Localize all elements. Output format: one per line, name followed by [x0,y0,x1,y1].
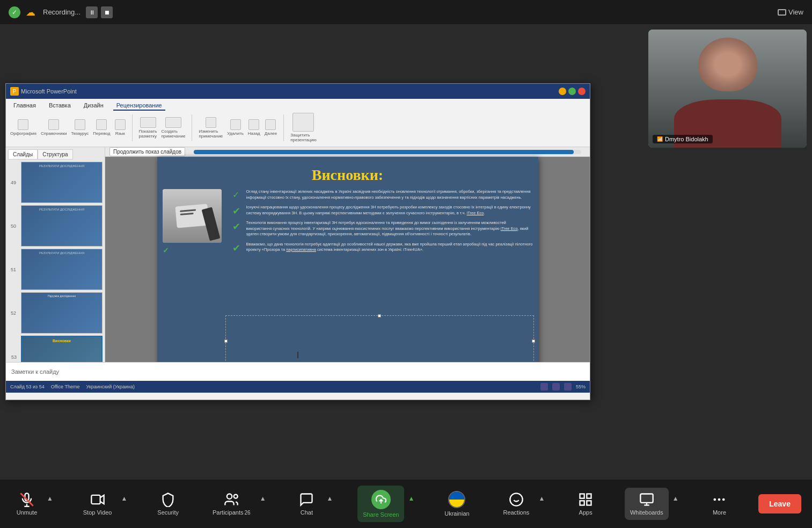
whiteboards-chevron[interactable]: ▲ [671,494,681,503]
slide-panel: Слайды Структура 49 РЕЗУЛЬТАТИ ДОСЛІДЖЕН… [6,147,105,362]
share-screen-button[interactable]: Share Screen [357,486,404,522]
unmute-group: Unmute ▲ [11,488,55,520]
status-left: Слайд 53 из 54 Office Theme Украинский (… [10,384,135,389]
slide-title: Висновки: [157,157,538,189]
apps-button[interactable]: Apps [569,488,602,520]
show-slideshow-button[interactable]: Продолжить показ слайдов [109,147,185,156]
unmute-label: Unmute [17,509,38,516]
slide-canvas[interactable]: Висновки: [157,157,538,362]
more-button[interactable]: More [703,488,735,520]
tool-del[interactable]: Удалить [227,119,244,136]
svg-rect-13 [587,501,591,505]
view-button[interactable]: View [778,8,803,16]
slide-point-3: ✔ Технологія виконання процесу інвентари… [232,220,533,237]
participants-count: 26 [244,510,250,516]
leave-button[interactable]: Leave [758,494,801,513]
slide-count-label: Слайд 53 из 54 [10,384,45,389]
chat-group: Chat ▲ [290,488,334,520]
slide-notes[interactable]: Заметки к слайду [6,362,590,381]
whiteboards-button[interactable]: Whiteboards [625,488,669,520]
chat-chevron[interactable]: ▲ [325,494,334,503]
participant-name: Dmytro Bidolakh [665,136,708,142]
more-group: More [703,488,735,520]
tool-show[interactable]: Показатьразметку [139,117,157,139]
slide-thumb-53[interactable]: 53 Висновки [21,336,103,362]
tool-lang[interactable]: Язык [115,119,126,136]
view-icon-status[interactable] [540,383,548,390]
slide-thumb-51[interactable]: 51 РЕЗУЛЬТАТИ ДОСЛІДЖЕННЯ [21,249,103,290]
language-label: Ukrainian [444,510,469,517]
svg-point-19 [718,498,721,501]
stop-recording-button[interactable]: ⏹ [101,6,113,18]
svg-rect-15 [640,494,653,503]
svg-point-8 [510,493,522,505]
svg-rect-4 [91,495,100,504]
security-button[interactable]: Security [152,488,184,520]
language-label: Украинский (Украина) [86,384,135,389]
share-icon [376,494,386,505]
check-point-1: ✓ [163,246,227,255]
tool-ref[interactable]: Справочники [41,119,67,136]
status-right: 55% [540,383,586,390]
point-text-1: Огляд стану інвентаризації зелених насад… [246,189,533,200]
slide-panel-tabs: Слайды Структура [8,149,103,160]
slide-points-area: ✓ Огляд стану інвентаризації зелених нас… [232,189,533,257]
stop-video-label: Stop Video [83,509,112,516]
top-right-controls: View [778,8,803,16]
view-icon3-status[interactable] [564,383,572,390]
tab-structure[interactable]: Структура [38,149,72,160]
stop-video-button[interactable]: Stop Video [78,488,118,520]
slide-content-area[interactable]: Висновки: [105,157,590,362]
tool-change[interactable]: Изменитьпримечание [199,117,223,139]
participants-chevron[interactable]: ▲ [258,494,268,503]
language-group: Ukrainian [439,487,474,521]
point-text-4: Вважаємо, що дана технологія потребує ад… [246,242,533,253]
tool-prev[interactable]: Назад [248,119,260,136]
video-chevron[interactable]: ▲ [119,494,129,503]
tab-dizain[interactable]: Дизайн [81,101,107,111]
tool-spellcheck[interactable]: Орфография [10,119,36,136]
ppt-statusbar: Слайд 53 из 54 Office Theme Украинский (… [6,381,590,393]
tool-protect[interactable]: Защититьпрезентацию [290,113,317,142]
slide-toolbar: Продолжить показ слайдов [105,147,590,157]
ribbon-tabs: Главная Вставка Дизайн Рецензирование [10,101,586,111]
slide-thumb-52[interactable]: 52 Підсумок дослідження [21,292,103,334]
view-icon2-status[interactable] [552,383,560,390]
tool-thesaurus[interactable]: Тезаурус [71,119,89,136]
slide-thumb-49[interactable]: 49 РЕЗУЛЬТАТИ ДОСЛІДЖЕННЯ [21,162,103,203]
check1-icon: ✓ [163,246,169,255]
unmute-chevron[interactable]: ▲ [45,494,55,503]
unmute-button[interactable]: Unmute [11,488,43,520]
tool-translate[interactable]: Перевод [93,119,110,136]
participants-button[interactable]: Participants 26 [207,488,256,520]
tab-glavnaya[interactable]: Главная [10,101,39,111]
tool-next[interactable]: Далее [265,119,277,136]
tab-slides[interactable]: Слайды [8,149,38,160]
tool-create-note[interactable]: Создатьпримечание [162,117,186,139]
ppt-icon: P [10,87,19,96]
chat-icon-wrapper [299,492,314,507]
slide-thumb-50[interactable]: 50 РЕЗУЛЬТАТИ ДОСЛІДЖЕННЯ [21,205,103,247]
check-icon-2: ✔ [232,205,243,216]
chat-button[interactable]: Chat [290,488,323,520]
video-icon [90,492,105,507]
reactions-chevron[interactable]: ▲ [537,494,546,503]
shield-icon: ✓ [9,6,20,18]
security-icon-wrapper [160,492,175,507]
slide-image-area: ✓ [163,189,227,257]
point-text-3: Технологія виконання процесу інвентариза… [246,220,533,237]
close-button[interactable] [578,88,586,95]
ppt-titlebar: P Microsoft PowerPoint [6,84,590,99]
ribbon-sep1 [132,114,133,141]
window-controls [559,88,586,95]
tab-vstavka[interactable]: Вставка [46,101,74,111]
ppt-window: P Microsoft PowerPoint Главная Вставка Д… [5,83,590,400]
reactions-button[interactable]: Reactions [498,488,535,520]
language-button[interactable]: Ukrainian [439,487,474,521]
minimize-button[interactable] [559,88,566,95]
maximize-button[interactable] [568,88,576,95]
tab-recenzirovanie[interactable]: Рецензирование [113,101,165,111]
bottom-toolbar: Unmute ▲ Stop Video ▲ Security [0,480,812,528]
pause-recording-button[interactable]: ⏸ [86,6,98,18]
share-chevron[interactable]: ▲ [406,494,416,503]
